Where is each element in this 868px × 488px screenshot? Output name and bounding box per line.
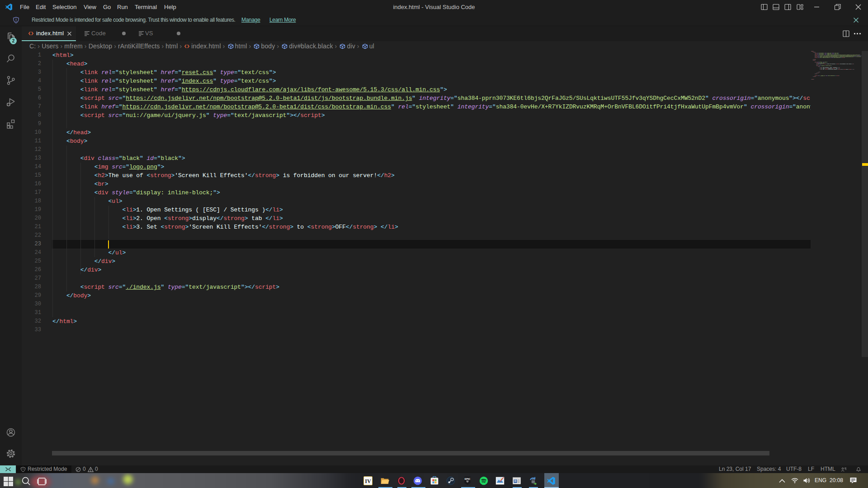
svg-text:EPIC: EPIC <box>465 478 471 480</box>
